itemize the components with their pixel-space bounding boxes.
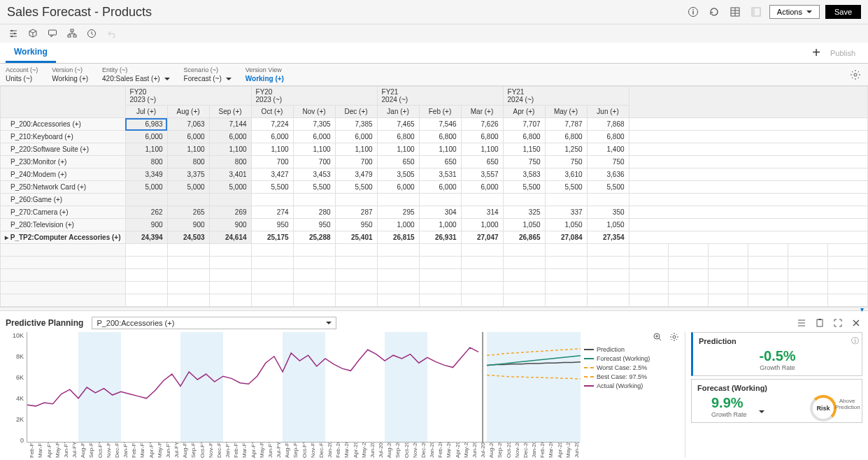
pov-account-val[interactable]: Units (~) xyxy=(6,75,38,82)
close-icon[interactable] xyxy=(850,317,862,329)
refresh-icon[interactable] xyxy=(706,4,722,20)
data-cell[interactable]: 7,144 xyxy=(209,118,251,131)
data-cell[interactable] xyxy=(125,194,167,206)
data-cell[interactable]: 6,000 xyxy=(125,131,167,143)
data-cell[interactable]: 650 xyxy=(419,156,461,168)
pov-entity-val[interactable]: 420:Sales East (+) xyxy=(102,75,170,82)
data-cell[interactable]: 1,000 xyxy=(419,219,461,231)
data-cell[interactable]: 5,500 xyxy=(503,181,545,194)
data-cell[interactable]: 3,401 xyxy=(209,168,251,181)
data-cell[interactable]: 7,787 xyxy=(545,118,587,131)
row-header[interactable]: P_280:Television (+) xyxy=(1,219,126,231)
data-cell[interactable]: 27,354 xyxy=(587,231,629,244)
data-cell[interactable]: 800 xyxy=(125,156,167,168)
data-cell[interactable]: 3,583 xyxy=(503,168,545,181)
data-cell[interactable]: 1,000 xyxy=(377,219,419,231)
comment-icon[interactable] xyxy=(46,27,59,40)
data-cell[interactable]: 3,349 xyxy=(125,168,167,181)
data-cell[interactable] xyxy=(335,194,377,206)
adjust-icon[interactable] xyxy=(7,27,20,40)
data-cell[interactable]: 1,050 xyxy=(587,219,629,231)
data-cell[interactable]: 6,800 xyxy=(545,131,587,143)
data-cell[interactable]: 6,800 xyxy=(461,131,503,143)
data-cell[interactable]: 1,050 xyxy=(545,219,587,231)
tab-working[interactable]: Working xyxy=(6,43,56,63)
data-cell[interactable]: 26,815 xyxy=(377,231,419,244)
row-header[interactable]: P_260:Game (+) xyxy=(1,194,126,206)
data-cell[interactable]: 26,865 xyxy=(503,231,545,244)
data-cell[interactable]: 7,626 xyxy=(461,118,503,131)
data-cell[interactable]: 3,453 xyxy=(293,168,335,181)
month-header[interactable]: Mar (+) xyxy=(461,106,503,118)
data-cell[interactable]: 3,505 xyxy=(377,168,419,181)
info-icon[interactable]: ⓘ xyxy=(851,336,859,346)
month-header[interactable]: Feb (+) xyxy=(419,106,461,118)
data-cell[interactable]: 325 xyxy=(503,206,545,219)
data-cell[interactable]: 5,000 xyxy=(125,181,167,194)
data-cell[interactable]: 750 xyxy=(587,156,629,168)
data-cell[interactable]: 6,800 xyxy=(503,131,545,143)
data-cell[interactable]: 24,394 xyxy=(125,231,167,244)
list-icon[interactable] xyxy=(795,317,808,329)
undo-icon[interactable] xyxy=(105,27,118,40)
data-cell[interactable]: 274 xyxy=(251,206,293,219)
data-cell[interactable]: 7,224 xyxy=(251,118,293,131)
pp-member-select[interactable]: P_200:Accessories (+) xyxy=(92,317,336,329)
data-cell[interactable]: 3,479 xyxy=(335,168,377,181)
data-cell[interactable]: 950 xyxy=(335,219,377,231)
chart-plot[interactable] xyxy=(27,332,580,443)
month-header[interactable]: Apr (+) xyxy=(503,106,545,118)
data-cell[interactable] xyxy=(587,194,629,206)
data-cell[interactable]: 337 xyxy=(545,206,587,219)
row-header[interactable]: ▸ P_TP2:Computer Accessories (+) xyxy=(1,231,126,244)
data-cell[interactable]: 6,000 xyxy=(251,131,293,143)
data-cell[interactable]: 25,175 xyxy=(251,231,293,244)
data-cell[interactable]: 265 xyxy=(167,206,209,219)
data-cell[interactable]: 950 xyxy=(293,219,335,231)
data-cell[interactable]: 800 xyxy=(209,156,251,168)
data-cell[interactable] xyxy=(419,194,461,206)
data-cell[interactable]: 1,100 xyxy=(419,143,461,156)
paste-icon[interactable] xyxy=(813,317,826,329)
pov-version-val[interactable]: Working (+) xyxy=(52,75,88,82)
data-cell[interactable]: 900 xyxy=(209,219,251,231)
month-header[interactable]: Aug (+) xyxy=(167,106,209,118)
data-cell[interactable]: 6,000 xyxy=(167,131,209,143)
data-cell[interactable]: 3,427 xyxy=(251,168,293,181)
chevron-down-icon[interactable] xyxy=(755,405,767,418)
data-cell[interactable]: 650 xyxy=(461,156,503,168)
gear-icon[interactable] xyxy=(850,69,861,82)
data-cell[interactable]: 314 xyxy=(461,206,503,219)
data-cell[interactable]: 24,503 xyxy=(167,231,209,244)
month-header[interactable]: May (+) xyxy=(545,106,587,118)
data-cell[interactable]: 950 xyxy=(251,219,293,231)
data-cell[interactable]: 24,614 xyxy=(209,231,251,244)
pane-resizer[interactable]: ▾ xyxy=(0,307,868,311)
data-cell[interactable]: 3,636 xyxy=(587,168,629,181)
data-cell[interactable] xyxy=(209,194,251,206)
grid-icon[interactable] xyxy=(727,4,743,20)
pov-view-val[interactable]: Working (+) xyxy=(246,75,284,82)
data-cell[interactable]: 7,305 xyxy=(293,118,335,131)
month-header[interactable]: Nov (+) xyxy=(293,106,335,118)
data-cell[interactable]: 6,983 xyxy=(125,118,167,131)
pov-scenario-val[interactable]: Forecast (~) xyxy=(184,75,232,82)
data-cell[interactable]: 700 xyxy=(335,156,377,168)
hierarchy-icon[interactable] xyxy=(66,27,78,40)
data-cell[interactable]: 5,500 xyxy=(293,181,335,194)
data-cell[interactable]: 6,000 xyxy=(419,181,461,194)
data-cell[interactable]: 900 xyxy=(125,219,167,231)
info-icon[interactable] xyxy=(685,4,701,20)
data-cell[interactable] xyxy=(545,194,587,206)
data-cell[interactable]: 3,610 xyxy=(545,168,587,181)
data-cell[interactable]: 25,401 xyxy=(335,231,377,244)
data-cell[interactable]: 7,063 xyxy=(167,118,209,131)
month-header[interactable]: Jul (+) xyxy=(125,106,167,118)
row-header[interactable]: P_250:Network Card (+) xyxy=(1,181,126,194)
chart-gear-icon[interactable] xyxy=(668,331,681,343)
data-cell[interactable]: 1,100 xyxy=(251,143,293,156)
data-cell[interactable]: 5,000 xyxy=(209,181,251,194)
data-cell[interactable]: 1,100 xyxy=(209,143,251,156)
month-header[interactable]: Oct (+) xyxy=(251,106,293,118)
data-cell[interactable]: 3,375 xyxy=(167,168,209,181)
